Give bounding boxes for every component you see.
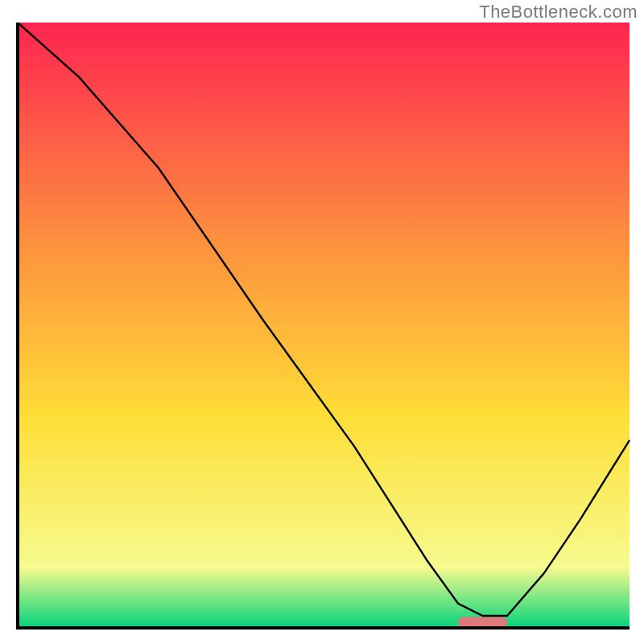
chart-area: [14, 23, 633, 634]
minimum-marker: [458, 617, 507, 628]
watermark-text: TheBottleneck.com: [479, 2, 638, 23]
chart-svg: [14, 23, 633, 634]
